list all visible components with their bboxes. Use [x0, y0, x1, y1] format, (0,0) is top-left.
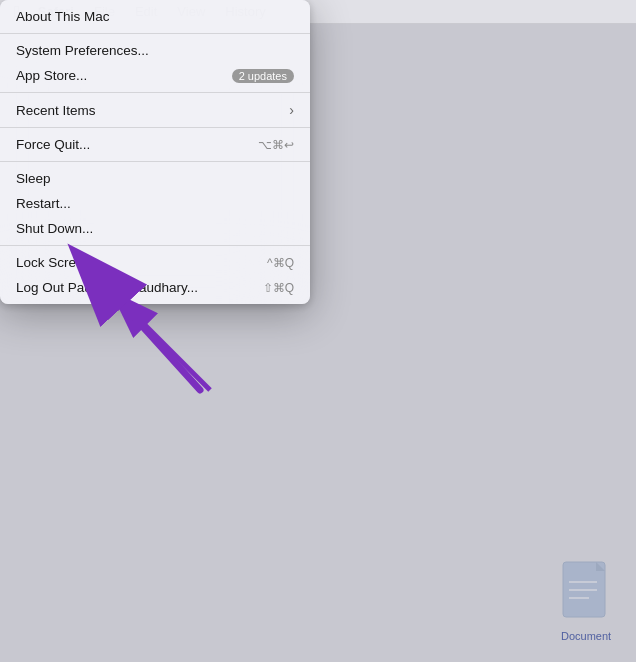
separator-1 [0, 33, 310, 34]
separator-5 [0, 245, 310, 246]
document-label: Document [561, 630, 616, 642]
app-store-badge: 2 updates [232, 69, 294, 83]
menu-item-app-store-label: App Store... [16, 68, 87, 83]
separator-4 [0, 161, 310, 162]
menu-item-shut-down[interactable]: Shut Down... [0, 216, 310, 241]
menu-item-log-out[interactable]: Log Out Paurush Chaudhary... ⇧⌘Q [0, 275, 310, 300]
menu-item-about[interactable]: About This Mac [0, 4, 310, 29]
apple-dropdown-menu: About This Mac System Preferences... App… [0, 0, 310, 304]
menu-item-shut-down-label: Shut Down... [16, 221, 93, 236]
menu-item-recent-items-label: Recent Items [16, 103, 96, 118]
menu-item-restart[interactable]: Restart... [0, 191, 310, 216]
menu-item-app-store[interactable]: App Store... 2 updates [0, 63, 310, 88]
document-icon [561, 560, 616, 625]
recent-items-arrow-icon: › [289, 102, 294, 118]
menu-item-lock-screen[interactable]: Lock Screen ^⌘Q [0, 250, 310, 275]
menu-item-recent-items[interactable]: Recent Items › [0, 97, 310, 123]
menu-item-force-quit-label: Force Quit... [16, 137, 90, 152]
separator-3 [0, 127, 310, 128]
log-out-shortcut: ⇧⌘Q [263, 281, 294, 295]
menu-item-about-label: About This Mac [16, 9, 110, 24]
menu-item-force-quit[interactable]: Force Quit... ⌥⌘↩ [0, 132, 310, 157]
menu-item-sleep[interactable]: Sleep [0, 166, 310, 191]
menu-item-restart-label: Restart... [16, 196, 71, 211]
menu-item-system-prefs[interactable]: System Preferences... [0, 38, 310, 63]
lock-screen-shortcut: ^⌘Q [267, 256, 294, 270]
background-content: Document [561, 560, 616, 642]
menu-item-system-prefs-label: System Preferences... [16, 43, 149, 58]
svg-line-1 [135, 315, 210, 390]
menu-item-lock-screen-label: Lock Screen [16, 255, 91, 270]
force-quit-shortcut: ⌥⌘↩ [258, 138, 294, 152]
separator-2 [0, 92, 310, 93]
menu-item-log-out-label: Log Out Paurush Chaudhary... [16, 280, 198, 295]
menu-item-sleep-label: Sleep [16, 171, 51, 186]
